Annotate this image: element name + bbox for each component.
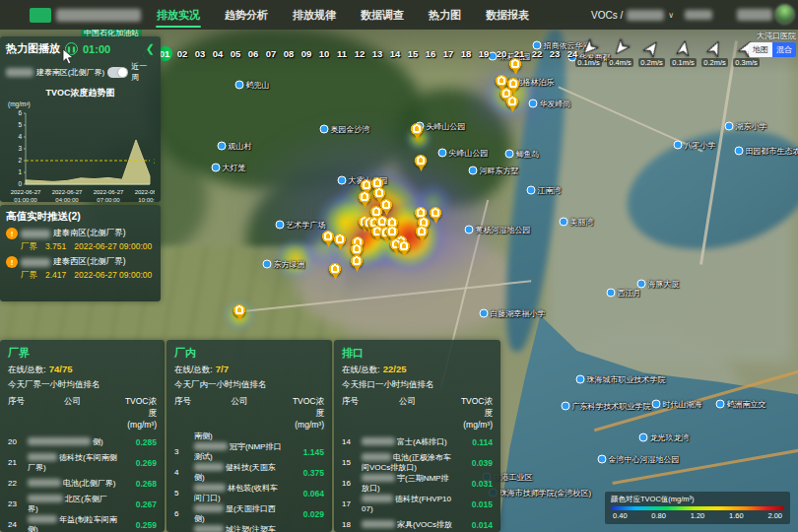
row-no: 3 xyxy=(174,447,194,457)
map-poi-label: 观山村 xyxy=(218,141,252,152)
timeline-hour-16[interactable]: 16 xyxy=(422,46,439,61)
map-poi-label: 珠海城市职业技术学院 xyxy=(576,374,666,385)
map-marker[interactable] xyxy=(334,233,347,246)
online-count-row: 在线/总数:74/75 xyxy=(8,364,157,376)
range-toggle[interactable] xyxy=(107,67,128,78)
table-row[interactable]: 18家具(VOCs排放0.014 xyxy=(342,514,493,532)
legend-tick: 2.00 xyxy=(767,511,782,520)
table-row[interactable]: 3冠宇(NMP排口测试)1.145 xyxy=(174,441,324,462)
company-redacted xyxy=(362,495,393,502)
timeline-hour-09[interactable]: 09 xyxy=(298,46,315,61)
map-marker[interactable] xyxy=(430,207,442,220)
timeline-hour-07[interactable]: 07 xyxy=(262,46,280,61)
timeline-hour-11[interactable]: 11 xyxy=(333,46,351,61)
online-count-row: 在线/总数:7/7 xyxy=(174,364,324,376)
timeline-hour-19[interactable]: 19 xyxy=(475,46,493,61)
online-count-row: 在线/总数:22/25 xyxy=(342,364,493,376)
map-marker[interactable] xyxy=(398,240,411,253)
table-row[interactable]: 24年益(制粒车间南侧)0.259 xyxy=(8,514,157,532)
poi-icon xyxy=(263,260,272,269)
map-marker[interactable] xyxy=(233,304,246,317)
timeline-hour-17[interactable]: 17 xyxy=(439,46,457,61)
alert-detail-row: 厂界2.4172022-06-27 09:00:00 xyxy=(21,270,155,282)
timeline-hour-08[interactable]: 08 xyxy=(280,46,298,61)
nav-item-1[interactable]: 排放实况 xyxy=(156,0,201,31)
timeline-hour-06[interactable]: 06 xyxy=(244,46,262,61)
alert-type: 厂界 xyxy=(21,241,37,253)
timeline-hour-04[interactable]: 04 xyxy=(209,46,227,61)
company-redacted xyxy=(28,437,91,445)
color-legend: 颜色对应TVOC值(mg/m³) 0.400.801.201.602.00 xyxy=(605,492,790,524)
map-marker[interactable] xyxy=(351,255,364,268)
timeline-hour-05[interactable]: 05 xyxy=(227,46,244,61)
alert-item-1[interactable]: !建泰南区(北侧厂界)厂界3.7512022-06-27 09:00:00 xyxy=(6,228,155,253)
map-marker[interactable] xyxy=(329,263,342,276)
online-label: 在线/总数: xyxy=(174,365,213,374)
timeline-hour-03[interactable]: 03 xyxy=(191,46,209,61)
table-header: 序号公司TVOC浓度(mg/m³) xyxy=(8,396,157,430)
poi-icon xyxy=(338,176,347,185)
timeline-hour-21[interactable]: 21 xyxy=(510,46,528,61)
alert-warning-icon: ! xyxy=(6,256,18,268)
svg-text:2022-06-27: 2022-06-27 xyxy=(11,189,41,195)
timeline-hour-18[interactable]: 18 xyxy=(457,46,475,61)
timeline-hour-15[interactable]: 15 xyxy=(404,46,422,61)
row-company: 城注塑(注塑车间) xyxy=(194,525,287,532)
hybrid-view-button[interactable]: 混合 xyxy=(772,42,796,57)
nav-item-4[interactable]: 数据调查 xyxy=(360,0,405,31)
table-row[interactable]: 16宇(三期NMP排放口)0.031 xyxy=(342,473,493,494)
timeline-hour-13[interactable]: 13 xyxy=(368,46,386,61)
table-row[interactable]: 22电池(北侧厂界)0.268 xyxy=(8,473,157,494)
vocs-selector[interactable]: VOCs / ∨ xyxy=(591,0,674,30)
poi-text: 美丽湾 xyxy=(570,217,594,228)
alert-item-2[interactable]: !建泰西区(北侧厂界)厂界2.4172022-06-27 09:00:00 xyxy=(6,256,155,282)
map-marker[interactable] xyxy=(322,231,335,243)
nav-item-6[interactable]: 数据报表 xyxy=(485,0,530,31)
nav-item-5[interactable]: 热力图 xyxy=(428,0,462,31)
map-marker[interactable] xyxy=(411,123,424,136)
online-value: 22/25 xyxy=(383,364,407,374)
table-row[interactable]: 14富士(A栋排口)0.114 xyxy=(342,432,493,452)
table-row[interactable]: 20侧)0.285 xyxy=(8,432,157,452)
table-row[interactable]: 5林包装(收料车间门口)0.064 xyxy=(174,483,324,503)
timeline-hour-22[interactable]: 22 xyxy=(528,46,546,61)
avatar[interactable] xyxy=(774,4,795,25)
timeline-hour-14[interactable]: 14 xyxy=(386,46,404,61)
poi-icon xyxy=(652,400,661,409)
table-row[interactable]: 7城注塑(注塑车间)0.012 xyxy=(174,524,324,532)
trend-chart-title: TVOC浓度趋势图 xyxy=(6,87,155,100)
map-marker[interactable] xyxy=(506,96,519,108)
map-marker[interactable] xyxy=(416,226,429,238)
map-marker[interactable] xyxy=(359,191,371,204)
map-poi-label: 海豚大厦 xyxy=(637,279,680,290)
poi-icon xyxy=(735,147,744,156)
playback-time: 01:00 xyxy=(83,43,110,55)
table-row[interactable]: 17德科技(FHVP1007)0.015 xyxy=(342,494,493,514)
map-marker[interactable] xyxy=(373,187,386,200)
timeline-hour-02[interactable]: 02 xyxy=(173,46,191,61)
table-row[interactable]: 15电池(正极涂布车间VOCs排放口)0.039 xyxy=(342,452,493,473)
row-company: 电池(北侧厂界) xyxy=(28,479,119,489)
ranking-subtitle: 今天厂内一小时均值排名 xyxy=(174,379,324,391)
row-company: 德科技(车间南侧厂界) xyxy=(28,453,119,473)
collapse-panel-icon[interactable]: ❮ xyxy=(146,42,155,55)
col-header-value: TVOC浓度(mg/m³) xyxy=(287,396,324,430)
table-row[interactable]: 4健科技(天面东侧)0.375 xyxy=(174,462,324,483)
timeline-hour-23[interactable]: 23 xyxy=(546,46,564,61)
nav-item-3[interactable]: 排放规律 xyxy=(292,0,337,31)
table-row[interactable]: 21德科技(车间南侧厂界)0.269 xyxy=(8,452,157,473)
map-marker[interactable] xyxy=(496,75,508,88)
row-value: 0.039 xyxy=(455,458,493,468)
svg-text:6: 6 xyxy=(18,109,22,116)
map-marker[interactable] xyxy=(415,155,428,167)
timeline-hour-12[interactable]: 12 xyxy=(351,46,368,61)
table-row[interactable]: 6显(天面排口西侧)0.029 xyxy=(174,503,324,524)
table-row[interactable]: 23北区(东侧厂界)0.267 xyxy=(8,494,157,514)
nav-item-2[interactable]: 趋势分析 xyxy=(224,0,269,31)
company-redacted xyxy=(194,442,228,450)
map-view-button[interactable]: 地图 xyxy=(749,42,772,57)
map-poi-label: 鹤兜山 xyxy=(235,80,270,91)
row-value: 0.259 xyxy=(119,520,157,530)
timeline-hour-10[interactable]: 10 xyxy=(315,46,333,61)
timeline-hour-20[interactable]: 20 xyxy=(493,46,510,61)
